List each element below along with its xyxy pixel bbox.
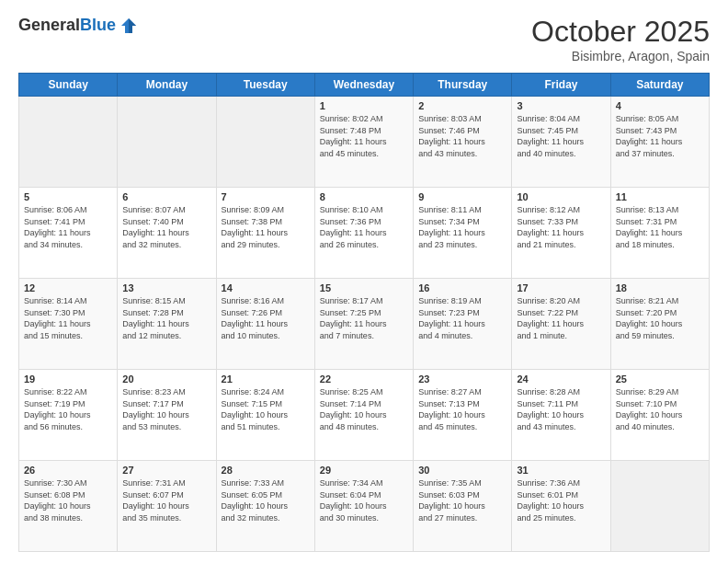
day-info: Sunrise: 7:36 AM Sunset: 6:01 PM Dayligh… [517, 477, 605, 523]
day-number: 7 [222, 191, 310, 202]
calendar-cell: 8Sunrise: 8:10 AM Sunset: 7:36 PM Daylig… [314, 188, 413, 279]
calendar-cell [216, 97, 314, 188]
day-info: Sunrise: 8:06 AM Sunset: 7:41 PM Dayligh… [24, 204, 112, 250]
day-info: Sunrise: 7:31 AM Sunset: 6:07 PM Dayligh… [122, 477, 210, 523]
calendar-cell: 29Sunrise: 7:34 AM Sunset: 6:04 PM Dayli… [314, 461, 413, 552]
page: GeneralBlue October 2025 Bisimbre, Arago… [0, 0, 728, 563]
day-number: 26 [24, 465, 112, 476]
day-of-week-header: Sunday [19, 74, 118, 97]
day-number: 25 [616, 373, 704, 385]
calendar-cell: 15Sunrise: 8:17 AM Sunset: 7:25 PM Dayli… [314, 279, 413, 370]
calendar-cell: 1Sunrise: 8:02 AM Sunset: 7:48 PM Daylig… [314, 97, 413, 188]
calendar-week-row: 12Sunrise: 8:14 AM Sunset: 7:30 PM Dayli… [19, 279, 710, 370]
day-number: 2 [418, 100, 506, 111]
calendar-cell: 9Sunrise: 8:11 AM Sunset: 7:34 PM Daylig… [414, 188, 512, 279]
title-block: October 2025 Bisimbre, Aragon, Spain [531, 15, 710, 63]
calendar-cell: 5Sunrise: 8:06 AM Sunset: 7:41 PM Daylig… [19, 188, 118, 279]
location-title: Bisimbre, Aragon, Spain [531, 49, 710, 63]
calendar-cell: 2Sunrise: 8:03 AM Sunset: 7:46 PM Daylig… [414, 97, 512, 188]
day-info: Sunrise: 7:30 AM Sunset: 6:08 PM Dayligh… [24, 477, 112, 523]
calendar-cell: 12Sunrise: 8:14 AM Sunset: 7:30 PM Dayli… [19, 279, 118, 370]
logo: GeneralBlue [18, 15, 140, 37]
day-number: 4 [616, 100, 704, 111]
day-number: 19 [24, 373, 112, 385]
day-number: 18 [616, 282, 704, 293]
day-info: Sunrise: 8:20 AM Sunset: 7:22 PM Dayligh… [517, 295, 605, 341]
day-number: 5 [24, 191, 112, 202]
day-number: 3 [517, 100, 605, 111]
day-info: Sunrise: 8:11 AM Sunset: 7:34 PM Dayligh… [418, 204, 506, 250]
day-info: Sunrise: 8:05 AM Sunset: 7:43 PM Dayligh… [616, 113, 704, 159]
calendar-cell: 13Sunrise: 8:15 AM Sunset: 7:28 PM Dayli… [118, 279, 216, 370]
day-info: Sunrise: 7:33 AM Sunset: 6:05 PM Dayligh… [222, 477, 310, 523]
calendar-week-row: 26Sunrise: 7:30 AM Sunset: 6:08 PM Dayli… [19, 461, 710, 552]
day-number: 11 [616, 191, 704, 202]
day-info: Sunrise: 8:12 AM Sunset: 7:33 PM Dayligh… [517, 204, 605, 250]
day-number: 12 [24, 282, 112, 293]
calendar-week-row: 19Sunrise: 8:22 AM Sunset: 7:19 PM Dayli… [19, 370, 710, 461]
day-number: 13 [122, 282, 210, 293]
day-info: Sunrise: 8:19 AM Sunset: 7:23 PM Dayligh… [418, 295, 506, 341]
calendar-table: SundayMondayTuesdayWednesdayThursdayFrid… [18, 73, 710, 552]
day-info: Sunrise: 8:10 AM Sunset: 7:36 PM Dayligh… [320, 204, 408, 250]
day-number: 10 [517, 191, 605, 202]
day-info: Sunrise: 8:27 AM Sunset: 7:13 PM Dayligh… [418, 386, 506, 432]
day-info: Sunrise: 8:07 AM Sunset: 7:40 PM Dayligh… [122, 204, 210, 250]
day-of-week-header: Saturday [610, 74, 709, 97]
day-of-week-header: Tuesday [216, 74, 314, 97]
day-info: Sunrise: 8:04 AM Sunset: 7:45 PM Dayligh… [517, 113, 605, 159]
day-info: Sunrise: 7:34 AM Sunset: 6:04 PM Dayligh… [320, 477, 408, 523]
day-number: 14 [222, 282, 310, 293]
calendar-cell: 6Sunrise: 8:07 AM Sunset: 7:40 PM Daylig… [118, 188, 216, 279]
calendar-cell: 28Sunrise: 7:33 AM Sunset: 6:05 PM Dayli… [216, 461, 314, 552]
calendar-cell: 23Sunrise: 8:27 AM Sunset: 7:13 PM Dayli… [414, 370, 512, 461]
day-of-week-header: Monday [118, 74, 216, 97]
calendar-cell: 26Sunrise: 7:30 AM Sunset: 6:08 PM Dayli… [19, 461, 118, 552]
day-number: 1 [320, 100, 408, 111]
calendar-header-row: SundayMondayTuesdayWednesdayThursdayFrid… [19, 74, 710, 97]
day-info: Sunrise: 7:35 AM Sunset: 6:03 PM Dayligh… [418, 477, 506, 523]
calendar-cell: 3Sunrise: 8:04 AM Sunset: 7:45 PM Daylig… [512, 97, 610, 188]
day-number: 23 [418, 373, 506, 385]
calendar-cell: 11Sunrise: 8:13 AM Sunset: 7:31 PM Dayli… [610, 188, 709, 279]
day-number: 21 [222, 373, 310, 385]
day-of-week-header: Wednesday [314, 74, 413, 97]
calendar-cell: 7Sunrise: 8:09 AM Sunset: 7:38 PM Daylig… [216, 188, 314, 279]
calendar-cell: 16Sunrise: 8:19 AM Sunset: 7:23 PM Dayli… [414, 279, 512, 370]
calendar-cell [118, 97, 216, 188]
day-info: Sunrise: 8:03 AM Sunset: 7:46 PM Dayligh… [418, 113, 506, 159]
day-number: 9 [418, 191, 506, 202]
day-number: 27 [122, 465, 210, 476]
header: GeneralBlue October 2025 Bisimbre, Arago… [18, 15, 710, 63]
day-number: 15 [320, 282, 408, 293]
day-info: Sunrise: 8:22 AM Sunset: 7:19 PM Dayligh… [24, 386, 112, 432]
day-info: Sunrise: 8:13 AM Sunset: 7:31 PM Dayligh… [616, 204, 704, 250]
day-info: Sunrise: 8:28 AM Sunset: 7:11 PM Dayligh… [517, 386, 605, 432]
calendar-cell: 27Sunrise: 7:31 AM Sunset: 6:07 PM Dayli… [118, 461, 216, 552]
day-number: 17 [517, 282, 605, 293]
day-number: 20 [122, 373, 210, 385]
logo-icon [118, 15, 140, 37]
calendar-cell: 17Sunrise: 8:20 AM Sunset: 7:22 PM Dayli… [512, 279, 610, 370]
day-of-week-header: Thursday [414, 74, 512, 97]
day-number: 8 [320, 191, 408, 202]
day-info: Sunrise: 8:23 AM Sunset: 7:17 PM Dayligh… [122, 386, 210, 432]
calendar-cell [610, 461, 709, 552]
calendar-week-row: 1Sunrise: 8:02 AM Sunset: 7:48 PM Daylig… [19, 97, 710, 188]
day-number: 31 [517, 465, 605, 476]
calendar-cell: 31Sunrise: 7:36 AM Sunset: 6:01 PM Dayli… [512, 461, 610, 552]
calendar-cell: 10Sunrise: 8:12 AM Sunset: 7:33 PM Dayli… [512, 188, 610, 279]
day-number: 29 [320, 465, 408, 476]
day-info: Sunrise: 8:17 AM Sunset: 7:25 PM Dayligh… [320, 295, 408, 341]
day-info: Sunrise: 8:02 AM Sunset: 7:48 PM Dayligh… [320, 113, 408, 159]
calendar-cell: 19Sunrise: 8:22 AM Sunset: 7:19 PM Dayli… [19, 370, 118, 461]
calendar-cell: 22Sunrise: 8:25 AM Sunset: 7:14 PM Dayli… [314, 370, 413, 461]
calendar-cell: 14Sunrise: 8:16 AM Sunset: 7:26 PM Dayli… [216, 279, 314, 370]
day-of-week-header: Friday [512, 74, 610, 97]
calendar-week-row: 5Sunrise: 8:06 AM Sunset: 7:41 PM Daylig… [19, 188, 710, 279]
calendar-cell: 30Sunrise: 7:35 AM Sunset: 6:03 PM Dayli… [414, 461, 512, 552]
logo-general: GeneralBlue [18, 17, 116, 35]
calendar-cell: 25Sunrise: 8:29 AM Sunset: 7:10 PM Dayli… [610, 370, 709, 461]
calendar-cell: 18Sunrise: 8:21 AM Sunset: 7:20 PM Dayli… [610, 279, 709, 370]
calendar-cell: 21Sunrise: 8:24 AM Sunset: 7:15 PM Dayli… [216, 370, 314, 461]
